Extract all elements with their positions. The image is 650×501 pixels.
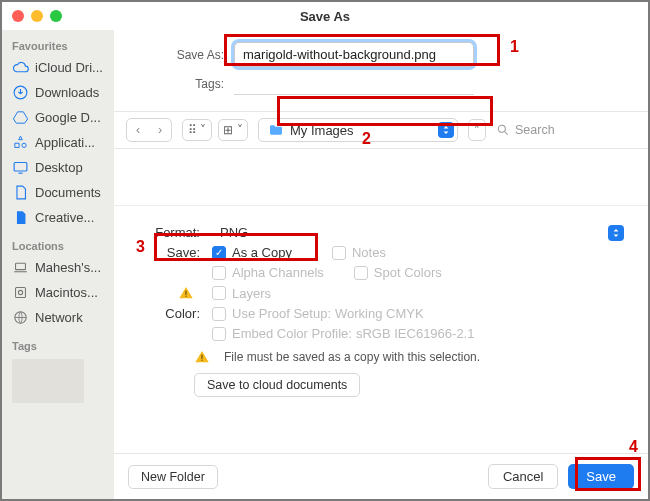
save-to-cloud-button[interactable]: Save to cloud documents (194, 373, 360, 397)
sidebar-heading-locations: Locations (8, 236, 114, 255)
sidebar-item-desktop[interactable]: Desktop (8, 155, 114, 180)
sidebar-item-macintosh[interactable]: Macintos... (8, 280, 114, 305)
folder-dropdown[interactable]: My Images (258, 118, 458, 142)
file-icon (12, 209, 29, 226)
sidebar-item-label: Mahesh's... (35, 260, 101, 275)
sidebar-item-label: Google D... (35, 110, 101, 125)
warning-icon (194, 349, 210, 365)
sidebar-item-label: iCloud Dri... (35, 60, 103, 75)
apps-icon (12, 134, 29, 151)
folder-up-button[interactable]: ˄ (468, 119, 486, 141)
as-a-copy-checkbox[interactable]: ✓As a Copy (212, 245, 292, 260)
sidebar-item-network[interactable]: Network (8, 305, 114, 330)
layers-checkbox[interactable]: Layers (212, 286, 271, 301)
tag-swatch[interactable] (12, 359, 84, 403)
save-options-label: Save: (134, 245, 212, 260)
disk-icon (12, 284, 29, 301)
cancel-button[interactable]: Cancel (488, 464, 558, 489)
sidebar-item-label: Desktop (35, 160, 83, 175)
embed-profile-value: sRGB IEC61966-2.1 (356, 326, 475, 341)
format-dropdown[interactable]: PNG (212, 225, 628, 240)
sidebar-item-creative[interactable]: Creative... (8, 205, 114, 230)
chevron-updown-icon (608, 225, 624, 241)
folder-name: My Images (290, 123, 354, 138)
chevron-updown-icon (438, 122, 454, 138)
sidebar-item-label: Documents (35, 185, 101, 200)
nav-buttons: ‹ › (126, 118, 172, 142)
warning-icon (178, 285, 194, 301)
sidebar-item-applications[interactable]: Applicati... (8, 130, 114, 155)
view-mode-2-button[interactable]: ⊞ ˅ (218, 119, 248, 141)
doc-icon (12, 184, 29, 201)
tags-field[interactable] (234, 73, 474, 95)
dialog-footer: New Folder Cancel Save (114, 453, 648, 499)
nav-forward-button[interactable]: › (149, 119, 171, 141)
save-as-label: Save As: (134, 48, 234, 62)
sidebar-item-google-drive[interactable]: Google D... (8, 105, 114, 130)
color-options-label: Color: (134, 306, 212, 321)
nav-back-button[interactable]: ‹ (127, 119, 149, 141)
sidebar-item-label: Applicati... (35, 135, 95, 150)
sidebar-item-documents[interactable]: Documents (8, 180, 114, 205)
sidebar-item-label: Creative... (35, 210, 94, 225)
new-folder-button[interactable]: New Folder (128, 465, 218, 489)
browser-toolbar: ‹ › ⠿ ˅ ⊞ ˅ My Images ˄ Search (114, 111, 648, 149)
search-icon (496, 123, 510, 137)
format-label: Format: (134, 225, 212, 240)
download-icon (12, 84, 29, 101)
embed-profile-checkbox[interactable]: Embed Color Profile: (212, 326, 352, 341)
search-placeholder: Search (515, 123, 555, 137)
cloud-icon (12, 59, 29, 76)
window-title: Save As (2, 9, 648, 24)
sidebar-item-label: Network (35, 310, 83, 325)
sidebar: Favourites iCloud Dri... Downloads Googl… (2, 30, 114, 499)
sidebar-heading-favourites: Favourites (8, 36, 114, 55)
folder-icon (267, 122, 284, 139)
search-field[interactable]: Search (496, 123, 636, 137)
filename-input[interactable] (234, 42, 474, 67)
sidebar-heading-tags: Tags (8, 336, 114, 355)
sidebar-item-label: Downloads (35, 85, 99, 100)
laptop-icon (12, 259, 29, 276)
format-value: PNG (212, 225, 248, 240)
alpha-channels-checkbox[interactable]: Alpha Channels (212, 265, 324, 280)
proof-setup-checkbox[interactable]: Use Proof Setup: (212, 306, 331, 321)
main-panel: Save As: Tags: ‹ › ⠿ ˅ ⊞ ˅ My Images ˄ S… (114, 30, 648, 499)
save-notice: File must be saved as a copy with this s… (224, 350, 480, 364)
sidebar-item-icloud[interactable]: iCloud Dri... (8, 55, 114, 80)
spot-colors-checkbox[interactable]: Spot Colors (354, 265, 442, 280)
save-button[interactable]: Save (568, 464, 634, 489)
desktop-icon (12, 159, 29, 176)
sidebar-item-label: Macintos... (35, 285, 98, 300)
drive-icon (12, 109, 29, 126)
sidebar-item-downloads[interactable]: Downloads (8, 80, 114, 105)
view-mode-1-button[interactable]: ⠿ ˅ (182, 119, 212, 141)
globe-icon (12, 309, 29, 326)
sidebar-item-computer[interactable]: Mahesh's... (8, 255, 114, 280)
proof-setup-value: Working CMYK (335, 306, 424, 321)
titlebar: Save As (2, 2, 648, 30)
notes-checkbox[interactable]: Notes (332, 245, 386, 260)
tags-label: Tags: (134, 77, 234, 91)
